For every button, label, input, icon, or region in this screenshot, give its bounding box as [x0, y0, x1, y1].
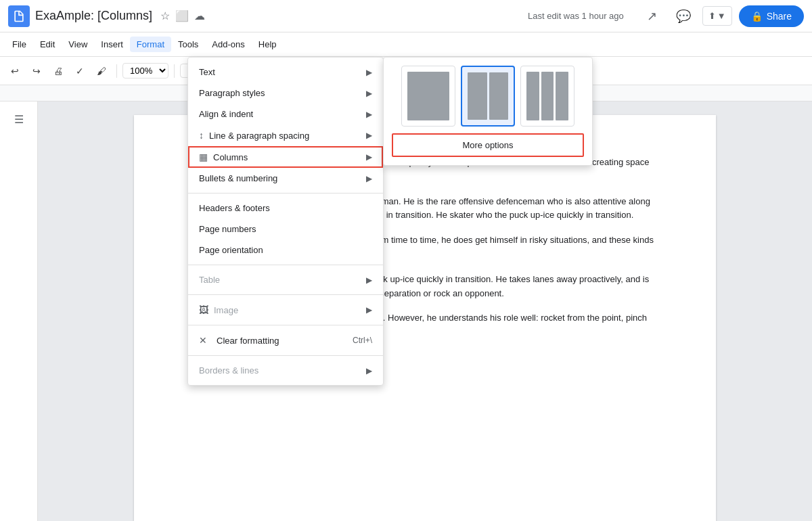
- clear-shortcut: Ctrl+\: [353, 336, 372, 345]
- format-clearformatting-item[interactable]: ✕ Clear formatting Ctrl+\: [188, 330, 383, 351]
- menu-tools[interactable]: Tools: [171, 37, 205, 52]
- format-columns-arrow: ▶: [366, 152, 372, 162]
- image-icon: 🖼: [199, 304, 208, 315]
- toolbar-divider-1: [116, 64, 117, 78]
- fmt-sep-5: [188, 355, 383, 356]
- format-image-arrow: ▶: [366, 305, 372, 315]
- format-pagenums-label: Page numbers: [199, 224, 256, 234]
- menu-insert[interactable]: Insert: [94, 37, 130, 52]
- clear-icon: ✕: [199, 335, 207, 346]
- format-borders-label: Borders & lines: [199, 365, 258, 376]
- menu-view[interactable]: View: [62, 37, 94, 52]
- sidebar-outline-icon[interactable]: ☰: [7, 107, 31, 131]
- menu-edit[interactable]: Edit: [33, 37, 62, 52]
- format-text-item[interactable]: Text ▶: [188, 62, 383, 83]
- print-button[interactable]: 🖨: [49, 62, 68, 81]
- last-edit: Last edit was 1 hour ago: [528, 11, 624, 21]
- format-columns-item[interactable]: ▦ Columns ▶: [188, 146, 383, 168]
- sidebar: ☰: [0, 101, 38, 521]
- fmt-sep-4: [188, 325, 383, 325]
- comments-icon[interactable]: 💬: [671, 4, 696, 28]
- format-headers-item[interactable]: Headers & footers: [188, 198, 383, 219]
- format-table-label: Table: [199, 275, 220, 285]
- col-visual-two: [468, 72, 508, 120]
- menu-format[interactable]: Format: [130, 37, 171, 52]
- spellcheck-button[interactable]: ✓: [70, 62, 89, 81]
- cloud-icon[interactable]: ☁: [194, 9, 205, 22]
- format-bullets-label: Bullets & numbering: [199, 173, 277, 183]
- menu-addons[interactable]: Add-ons: [205, 37, 251, 52]
- col-option-one[interactable]: [401, 66, 455, 127]
- format-menu[interactable]: Text ▶ Paragraph styles ▶ Align & indent…: [187, 57, 384, 386]
- col-bar-two-a: [468, 72, 487, 120]
- col-visual-one: [407, 72, 449, 120]
- col-visual-three: [526, 72, 568, 120]
- col-bar-three-a: [526, 72, 539, 120]
- titlebar: ExaAmple: [Columns] ☆ ⬜ ☁ Last edit was …: [0, 0, 812, 32]
- columns-submenu[interactable]: More options: [383, 57, 593, 166]
- upload-arrow: ▼: [717, 11, 726, 21]
- doc-title-icons: ☆ ⬜ ☁: [160, 9, 205, 22]
- format-paragraph-label: Paragraph styles: [199, 88, 265, 98]
- menubar: File Edit View Insert Format Tools Add-o…: [0, 32, 812, 57]
- format-text-label: Text: [199, 67, 215, 77]
- more-options-button[interactable]: More options: [392, 133, 584, 157]
- format-pagenums-item[interactable]: Page numbers: [188, 219, 383, 240]
- format-align-label: Align & indent: [199, 109, 253, 119]
- star-icon[interactable]: ☆: [160, 9, 170, 22]
- docs-logo: [8, 5, 30, 27]
- format-align-item[interactable]: Align & indent ▶: [188, 104, 383, 124]
- col-bar-two-b: [489, 72, 509, 120]
- upload-button[interactable]: ⬆ ▼: [702, 6, 732, 26]
- upload-icon: ⬆: [708, 11, 716, 21]
- redo-button[interactable]: ↪: [27, 62, 46, 81]
- undo-button[interactable]: ↩: [5, 62, 24, 81]
- linespacing-icon: ↕: [199, 130, 204, 141]
- lock-icon: 🔒: [751, 11, 763, 22]
- format-bullets-item[interactable]: Bullets & numbering ▶: [188, 168, 383, 189]
- format-paragraph-styles-item[interactable]: Paragraph styles ▶: [188, 83, 383, 104]
- format-text-arrow: ▶: [366, 68, 372, 77]
- share-button[interactable]: 🔒 Share: [739, 5, 804, 27]
- analytics-icon[interactable]: ↗: [640, 4, 664, 28]
- format-columns-label: Columns: [213, 152, 248, 162]
- format-linespacing-item[interactable]: ↕ Line & paragraph spacing ▶: [188, 124, 383, 146]
- format-clear-label: Clear formatting: [217, 336, 279, 346]
- col-options-row: [392, 66, 584, 127]
- format-align-arrow: ▶: [366, 110, 372, 119]
- zoom-select[interactable]: 100% 75% 125% 150%: [122, 63, 168, 78]
- format-bullets-arrow: ▶: [366, 174, 372, 183]
- fmt-sep-3: [188, 294, 383, 295]
- menu-help[interactable]: Help: [252, 37, 284, 52]
- col-bar-three-c: [556, 72, 568, 120]
- paint-format-button[interactable]: 🖌: [92, 62, 111, 81]
- format-table-arrow: ▶: [366, 275, 372, 285]
- format-linespacing-label: Line & paragraph spacing: [209, 131, 309, 141]
- toolbar-divider-2: [174, 64, 175, 78]
- columns-icon: ▦: [199, 152, 208, 162]
- fmt-sep-2: [188, 265, 383, 265]
- format-borders-arrow: ▶: [366, 366, 372, 376]
- format-pageorient-label: Page orientation: [199, 245, 263, 255]
- col-bar-three-b: [541, 72, 554, 120]
- col-option-three[interactable]: [520, 66, 574, 127]
- col-option-two[interactable]: [461, 66, 515, 127]
- menu-file[interactable]: File: [5, 37, 33, 52]
- format-pageorient-item[interactable]: Page orientation: [188, 240, 383, 260]
- drive-icon[interactable]: ⬜: [175, 9, 189, 22]
- format-borders-item: Borders & lines ▶: [188, 360, 383, 381]
- toolbar-right: ↗ 💬 ⬆ ▼ 🔒 Share: [640, 4, 804, 28]
- format-linespacing-arrow: ▶: [366, 131, 372, 140]
- format-para-arrow: ▶: [366, 89, 372, 98]
- format-headers-label: Headers & footers: [199, 203, 270, 213]
- col-bar-one: [407, 72, 449, 120]
- format-table-item: Table ▶: [188, 269, 383, 290]
- format-image-label: Image: [214, 305, 238, 315]
- doc-title: ExaAmple: [Columns]: [35, 9, 152, 23]
- format-image-item: 🖼 Image ▶: [188, 299, 383, 321]
- fmt-sep-1: [188, 193, 383, 194]
